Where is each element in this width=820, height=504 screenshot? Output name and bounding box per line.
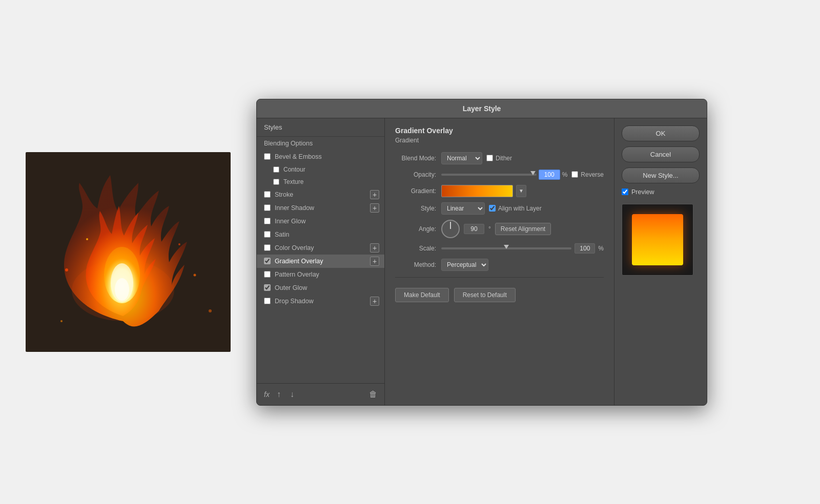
fx-label: fx <box>264 390 270 398</box>
align-layer-group: Align with Layer <box>489 205 542 212</box>
bevel-label: Bevel & Emboss <box>275 153 322 160</box>
bottom-buttons: Make Default Reset to Default <box>395 288 604 302</box>
svg-point-5 <box>194 274 196 277</box>
bevel-checkbox[interactable] <box>264 153 271 160</box>
settings-subtitle: Gradient <box>395 137 604 144</box>
dither-checkbox[interactable] <box>486 155 493 161</box>
reset-alignment-button[interactable]: Reset Alignment <box>495 223 551 235</box>
gradient-dropdown-btn[interactable]: ▼ <box>516 185 526 197</box>
scale-label: Scale: <box>395 245 441 252</box>
contour-checkbox[interactable] <box>273 166 279 173</box>
sidebar-item-inner-shadow[interactable]: Inner Shadow + <box>257 201 384 215</box>
right-panel: OK Cancel New Style... Preview <box>614 118 707 405</box>
angle-label: Angle: <box>395 225 441 233</box>
color-overlay-checkbox[interactable] <box>264 244 271 251</box>
sidebar-item-stroke[interactable]: Stroke + <box>257 188 384 201</box>
preview-checkbox[interactable] <box>622 188 628 195</box>
flame-svg <box>36 167 220 342</box>
scale-slider-track[interactable] <box>441 247 571 249</box>
dialog-title-text: Layer Style <box>463 104 501 113</box>
opacity-slider-track[interactable] <box>441 174 537 176</box>
opacity-slider-thumb[interactable] <box>530 171 536 175</box>
outer-glow-label: Outer Glow <box>275 284 307 291</box>
opacity-percent: % <box>562 171 568 178</box>
ok-button[interactable]: OK <box>622 125 700 141</box>
svg-point-4 <box>65 268 68 271</box>
reverse-checkbox[interactable] <box>571 171 578 178</box>
sidebar-item-outer-glow[interactable]: Outer Glow <box>257 281 384 295</box>
sidebar-item-texture[interactable]: Texture <box>257 176 384 188</box>
stroke-checkbox[interactable] <box>264 191 271 198</box>
svg-point-6 <box>86 238 88 240</box>
satin-checkbox[interactable] <box>264 231 271 238</box>
inner-shadow-plus-btn[interactable]: + <box>370 203 379 213</box>
gradient-overlay-checkbox[interactable] <box>264 258 271 264</box>
style-label: Style: <box>395 205 441 212</box>
gradient-overlay-plus-btn[interactable]: + <box>370 257 379 266</box>
preview-inner <box>632 214 683 265</box>
pattern-overlay-label: Pattern Overlay <box>275 271 319 278</box>
outer-glow-checkbox[interactable] <box>264 284 271 291</box>
reset-to-default-button[interactable]: Reset to Default <box>454 288 516 302</box>
degree-label: ° <box>488 225 491 233</box>
inner-glow-checkbox[interactable] <box>264 218 271 224</box>
inner-glow-label: Inner Glow <box>275 218 305 225</box>
align-layer-label: Align with Layer <box>498 205 542 212</box>
styles-header: Styles <box>257 118 384 137</box>
contour-label: Contour <box>283 166 305 173</box>
drop-shadow-label: Drop Shadow <box>275 298 314 305</box>
scale-row: Scale: % <box>395 243 604 254</box>
dither-group: Dither <box>486 155 512 162</box>
sidebar-item-inner-glow[interactable]: Inner Glow <box>257 215 384 228</box>
sidebar-item-gradient-overlay[interactable]: Gradient Overlay + <box>257 255 384 268</box>
inner-shadow-checkbox[interactable] <box>264 204 271 211</box>
drop-shadow-checkbox[interactable] <box>264 298 271 304</box>
style-select[interactable]: Linear Radial Angle Reflected Diamond <box>441 202 485 215</box>
opacity-label: Opacity: <box>395 171 441 178</box>
texture-label: Texture <box>283 178 303 185</box>
stroke-plus-btn[interactable]: + <box>370 190 379 199</box>
gradient-preview-bar[interactable] <box>441 185 513 197</box>
texture-checkbox[interactable] <box>273 179 279 185</box>
reverse-group: Reverse <box>571 171 604 178</box>
scale-slider-thumb[interactable] <box>504 245 509 249</box>
sidebar-item-bevel[interactable]: Bevel & Emboss <box>257 150 384 163</box>
cancel-button[interactable]: Cancel <box>622 146 700 162</box>
gradient-overlay-label: Gradient Overlay <box>275 258 323 265</box>
stroke-label: Stroke <box>275 191 293 198</box>
move-down-button[interactable]: ↓ <box>288 389 296 400</box>
preview-row: Preview <box>622 188 700 196</box>
preview-label: Preview <box>631 188 654 196</box>
sidebar-item-satin[interactable]: Satin <box>257 228 384 241</box>
settings-title: Gradient Overlay <box>395 127 604 135</box>
delete-style-button[interactable]: 🗑 <box>369 390 377 399</box>
gradient-row: Gradient: ▼ <box>395 185 604 197</box>
method-select[interactable]: Perceptual Saturation Luminosity <box>441 259 488 271</box>
angle-input[interactable] <box>464 224 484 234</box>
sidebar-item-contour[interactable]: Contour <box>257 163 384 176</box>
blend-mode-row: Blend Mode: Normal Dissolve Multiply Scr… <box>395 152 604 164</box>
scale-percent: % <box>598 245 604 252</box>
sidebar-item-drop-shadow[interactable]: Drop Shadow + <box>257 295 384 308</box>
pattern-overlay-checkbox[interactable] <box>264 271 271 278</box>
drop-shadow-plus-btn[interactable]: + <box>370 297 379 306</box>
svg-point-9 <box>60 320 63 322</box>
method-row: Method: Perceptual Saturation Luminosity <box>395 259 604 271</box>
dialog-title: Layer Style <box>257 99 707 118</box>
color-overlay-plus-btn[interactable]: + <box>370 243 379 253</box>
opacity-input[interactable] <box>539 170 560 180</box>
gradient-label: Gradient: <box>395 187 441 195</box>
method-label: Method: <box>395 261 441 268</box>
align-layer-checkbox[interactable] <box>489 205 496 212</box>
angle-dial[interactable] <box>441 220 460 238</box>
sidebar-item-blending-options[interactable]: Blending Options <box>257 137 384 150</box>
svg-point-8 <box>209 309 212 312</box>
scale-input[interactable] <box>575 243 595 254</box>
make-default-button[interactable]: Make Default <box>395 288 449 302</box>
sidebar-item-color-overlay[interactable]: Color Overlay + <box>257 241 384 255</box>
sidebar-item-pattern-overlay[interactable]: Pattern Overlay <box>257 268 384 281</box>
move-up-button[interactable]: ↑ <box>275 389 283 400</box>
blend-mode-select[interactable]: Normal Dissolve Multiply Screen <box>441 152 482 164</box>
new-style-button[interactable]: New Style... <box>622 167 700 183</box>
opacity-row: Opacity: % Reverse <box>395 170 604 180</box>
